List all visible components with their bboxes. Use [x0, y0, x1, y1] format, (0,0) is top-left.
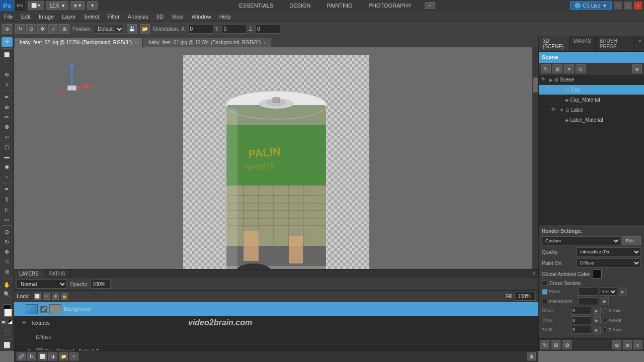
menu-select[interactable]: Select — [80, 13, 104, 21]
adjustment-layer-btn[interactable]: ◑ — [48, 352, 57, 360]
default-colors-icon[interactable] — [8, 320, 13, 324]
scene-cap-material-item[interactable]: ◈ Cap_Material — [539, 95, 644, 105]
intersection-input[interactable] — [578, 297, 598, 305]
arrange-btn[interactable]: ⊞▼ — [70, 1, 85, 10]
tab-baby-feet-02[interactable]: baby_feet_02.jpg @ 12.5% (Background, RG… — [14, 38, 142, 47]
roll-icon[interactable]: ⊙ — [26, 24, 36, 34]
add-mask-btn[interactable]: ⬜ — [38, 352, 47, 360]
layers-more-btn[interactable]: ≡ — [530, 269, 538, 278]
new-layer-btn[interactable]: + — [69, 352, 78, 360]
pan-icon[interactable]: ✥ — [37, 24, 47, 34]
tilt-a-input[interactable] — [571, 316, 591, 324]
opacity-input[interactable] — [91, 280, 111, 289]
menu-analysis[interactable]: Analysis — [124, 13, 152, 21]
spot-heal-tool[interactable]: ⊕ — [2, 103, 13, 112]
panel-settings-btn[interactable]: ⚙ — [562, 340, 572, 349]
intersection-icon[interactable]: ⊕ — [600, 297, 609, 305]
x-input[interactable] — [188, 25, 213, 34]
add-style-btn[interactable]: fx — [27, 352, 36, 360]
y-input[interactable] — [221, 25, 247, 34]
scene-label-material-item[interactable]: ◈ Label_Material — [539, 115, 644, 125]
quick-select-tool[interactable]: ⊛ — [2, 70, 13, 79]
layer-diffuse[interactable]: 👁 Diffuse — [14, 330, 538, 344]
menu-help[interactable]: Help — [215, 13, 235, 21]
save-position-icon[interactable]: 💾 — [127, 24, 137, 34]
zoom-tool[interactable]: 🔍 — [2, 290, 13, 299]
quick-mask-btn[interactable]: ⬛ — [2, 328, 13, 337]
panel-extra-btn3[interactable]: ≡ — [633, 340, 642, 349]
scroll-thumb[interactable] — [533, 77, 538, 93]
tilt-b-more-btn[interactable]: ▶ — [593, 326, 601, 334]
3d-roll-tool[interactable]: ↻ — [2, 237, 13, 247]
menu-edit[interactable]: Edit — [17, 13, 35, 21]
delete-layer-btn[interactable]: 🗑 — [527, 352, 536, 360]
label-eye-icon[interactable]: 👁 — [551, 107, 558, 114]
offset-input[interactable] — [571, 307, 591, 315]
tilt-a-more-btn[interactable]: ▶ — [593, 316, 601, 324]
scene-eye-icon[interactable]: 👁 — [541, 76, 548, 83]
lock-all-btn[interactable]: 🔒 — [61, 293, 68, 300]
scene-label-item[interactable]: 👁 ▼ ⊡ Label — [539, 105, 644, 115]
3d-slide-tool[interactable]: ⤡ — [2, 257, 13, 266]
brush-tool[interactable]: ✏ — [2, 113, 13, 122]
menu-image[interactable]: Image — [35, 13, 58, 21]
blur-tool[interactable]: ◉ — [2, 162, 13, 171]
tilt-b-input[interactable] — [571, 326, 591, 334]
maximize-btn[interactable]: □ — [624, 2, 632, 10]
scene-root-item[interactable]: 👁 ▶ ⊞ Scene — [539, 75, 644, 85]
scale-icon[interactable]: ⊞ — [59, 24, 69, 34]
tab-3d-scene[interactable]: 3D (SCENE) — [539, 36, 570, 51]
swap-colors-icon[interactable]: ⇆ — [2, 320, 7, 324]
crop-tool[interactable]: ⌗ — [2, 80, 13, 89]
dodge-tool[interactable]: ○ — [2, 172, 13, 182]
menu-file[interactable]: File — [0, 13, 17, 21]
layer-cap-material[interactable]: 👁 Cap_Material - Default T... — [14, 344, 538, 350]
link-layers-btn[interactable]: 🔗 — [17, 352, 26, 360]
fill-input[interactable] — [516, 292, 536, 301]
menu-filter[interactable]: Filter — [103, 13, 123, 21]
tab-close-0[interactable]: × — [134, 40, 137, 45]
close-btn[interactable]: × — [634, 2, 642, 10]
menu-window[interactable]: Window — [188, 13, 215, 21]
scene-cap-item[interactable]: 👁 ▼ ⊡ Cap — [539, 85, 644, 95]
clone-tool[interactable]: ⊗ — [2, 122, 13, 132]
plane-more-btn[interactable]: ▶ — [619, 288, 627, 296]
scene-mesh-btn[interactable]: ⊕ — [632, 64, 642, 73]
rotate-icon[interactable]: ↻ — [15, 24, 25, 34]
hand-tool[interactable]: ✋ — [2, 280, 13, 290]
nav-design[interactable]: DESIGN — [286, 2, 313, 10]
eraser-tool[interactable]: ◻ — [2, 142, 13, 152]
more-workspaces-btn[interactable]: » — [425, 2, 435, 9]
panel-extra-btn2[interactable]: ⊗ — [623, 340, 632, 349]
tab-masks[interactable]: MASKS — [570, 36, 596, 51]
bg-layer-eye[interactable]: 👁 — [17, 306, 24, 313]
pen-tool[interactable]: ✒ — [2, 185, 13, 195]
3d-rotate-tool[interactable]: ⊙ — [2, 227, 13, 237]
layer-textures[interactable]: 👁 Textures — [14, 316, 538, 330]
lock-image-btn[interactable]: ✏ — [43, 293, 50, 300]
path-select-tool[interactable]: ▷ — [2, 205, 13, 214]
tab-baby-feet-01[interactable]: baby_feet_01.jpg @ 12.5% (Background, RG… — [143, 38, 271, 47]
slide-icon[interactable]: ⤢ — [48, 24, 58, 34]
edit-render-btn[interactable]: Edit... — [622, 236, 641, 245]
shape-tool[interactable]: ▭ — [2, 215, 13, 224]
cross-section-checkbox[interactable] — [542, 281, 547, 286]
cs-live-btn[interactable]: CS Live ▼ — [570, 1, 612, 10]
blend-mode-select[interactable]: Normal — [17, 280, 67, 289]
extra-btn[interactable]: ▼ — [87, 1, 98, 10]
nav-essentials[interactable]: ESSENTIALS — [236, 2, 276, 10]
marquee-tool[interactable]: ⬜ — [2, 50, 13, 60]
scene-camera-btn[interactable]: ⊙ — [576, 64, 586, 73]
intersection-checkbox[interactable] — [542, 299, 547, 304]
scene-rotate-btn[interactable]: ↻ — [541, 64, 551, 73]
tab-close-1[interactable]: × — [263, 40, 266, 45]
textures-eye[interactable]: 👁 — [22, 320, 29, 327]
position-dropdown[interactable]: Default — [94, 25, 124, 34]
screen-mode-btn[interactable]: ⬜ — [2, 340, 13, 350]
lock-position-btn[interactable]: ✥ — [52, 293, 59, 300]
z-axis-radio[interactable]: Z-Axis — [602, 327, 621, 332]
render-preset-select[interactable]: Custom — [542, 236, 620, 245]
3d-scale-tool[interactable]: ⊞ — [2, 267, 13, 277]
history-brush-tool[interactable]: ↩ — [2, 132, 13, 142]
nav-photography[interactable]: PHOTOGRAPHY — [366, 2, 415, 10]
